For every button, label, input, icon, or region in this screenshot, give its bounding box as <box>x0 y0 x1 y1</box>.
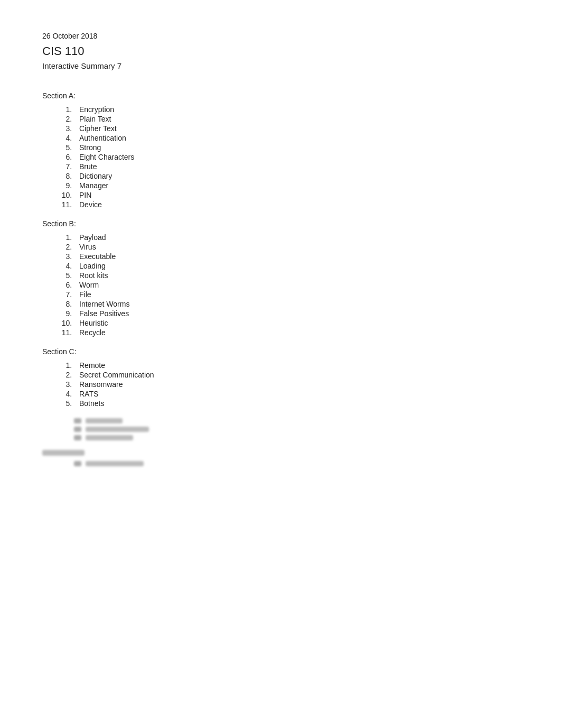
list-item: False Positives <box>74 309 519 318</box>
date: 26 October 2018 <box>42 32 519 40</box>
course-title: CIS 110 <box>42 44 519 58</box>
list-item: File <box>74 290 519 299</box>
list-item: Worm <box>74 281 519 289</box>
section-1: Section A:EncryptionPlain TextCipher Tex… <box>42 91 519 209</box>
list-item: Dictionary <box>74 172 519 180</box>
list-item: Heuristic <box>74 319 519 327</box>
list-item: PIN <box>74 191 519 199</box>
list-item: Plain Text <box>74 115 519 123</box>
list-item: Brute <box>74 162 519 171</box>
list-item: Executable <box>74 252 519 261</box>
section-3-label: Section C: <box>42 347 519 356</box>
list-item: RATS <box>74 390 519 398</box>
list-item: Ransomware <box>74 380 519 389</box>
section-1-label: Section A: <box>42 91 519 100</box>
section-3: Section C:RemoteSecret CommunicationRans… <box>42 347 519 408</box>
list-item: Root kits <box>74 271 519 280</box>
blurred-section-e <box>42 450 519 466</box>
header: 26 October 2018 CIS 110 Interactive Summ… <box>42 32 519 70</box>
list-item: Strong <box>74 143 519 152</box>
list-item: Recycle <box>74 328 519 337</box>
list-item: Botnets <box>74 399 519 408</box>
list-item: Eight Characters <box>74 153 519 161</box>
section-2: Section B:PayloadVirusExecutableLoadingR… <box>42 219 519 337</box>
summary-title: Interactive Summary 7 <box>42 61 519 70</box>
list-item: Device <box>74 200 519 209</box>
list-item: Virus <box>74 243 519 251</box>
list-item: Remote <box>74 361 519 370</box>
list-item: Secret Communication <box>74 371 519 379</box>
sections-container: Section A:EncryptionPlain TextCipher Tex… <box>42 91 519 408</box>
list-item: Loading <box>74 262 519 270</box>
section-2-label: Section B: <box>42 219 519 228</box>
list-item: Encryption <box>74 105 519 114</box>
list-item: Manager <box>74 181 519 190</box>
list-item: Internet Worms <box>74 300 519 308</box>
blurred-section-d <box>74 418 519 441</box>
list-item: Authentication <box>74 134 519 142</box>
list-item: Payload <box>74 233 519 242</box>
list-item: Cipher Text <box>74 124 519 133</box>
